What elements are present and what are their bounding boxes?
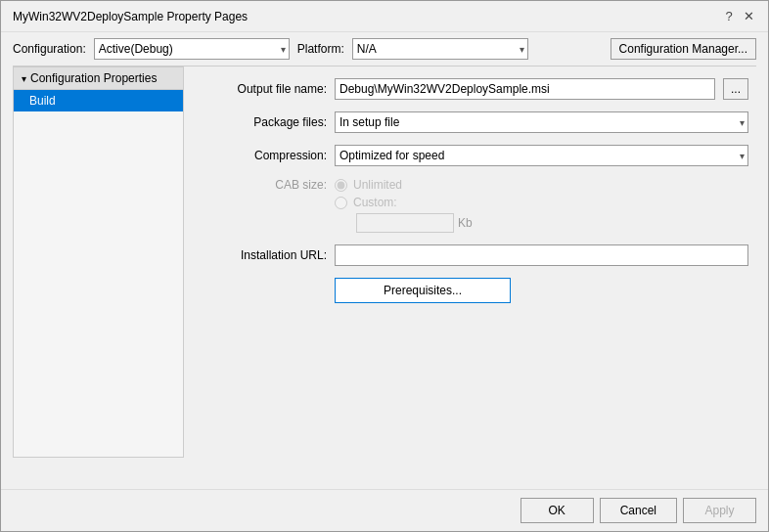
- kb-input[interactable]: [356, 213, 454, 233]
- sidebar-item-build[interactable]: Build: [14, 90, 183, 111]
- cab-unlimited-row: Unlimited: [335, 178, 473, 192]
- dialog-title: MyWin32WV2DeploySample Property Pages: [13, 10, 248, 23]
- installation-url-label: Installation URL:: [200, 248, 327, 262]
- sidebar-header-label: Configuration Properties: [30, 71, 157, 85]
- content-area: Output file name: ... Package files: In …: [192, 66, 756, 278]
- configuration-select[interactable]: Active(Debug): [94, 38, 290, 60]
- compression-row: Compression: Optimized for speed Optimiz…: [200, 145, 748, 166]
- browse-button[interactable]: ...: [723, 78, 748, 100]
- output-file-row: Output file name: ...: [200, 78, 748, 100]
- sidebar-header: ▾ Configuration Properties: [14, 67, 183, 90]
- package-files-row: Package files: In setup file From web Lo…: [200, 111, 748, 133]
- bottom-buttons: OK Cancel Apply: [1, 489, 768, 531]
- compression-select[interactable]: Optimized for speed Optimized for size N…: [335, 145, 748, 166]
- output-file-input[interactable]: [335, 78, 715, 100]
- package-files-select[interactable]: In setup file From web Loose uncompresse…: [335, 111, 748, 133]
- apply-button[interactable]: Apply: [683, 498, 756, 523]
- compression-label: Compression:: [200, 149, 327, 162]
- cab-custom-radio[interactable]: [335, 197, 347, 209]
- output-file-label: Output file name:: [200, 82, 327, 96]
- spacer: [1, 278, 768, 489]
- main-content: ▾ Configuration Properties Build Output …: [1, 66, 768, 278]
- title-controls: ? ✕: [721, 9, 756, 24]
- cab-size-row: CAB size: Unlimited Custom: Kb: [200, 178, 748, 233]
- sidebar-collapse-icon: ▾: [22, 73, 26, 84]
- config-label: Configuration:: [13, 42, 86, 56]
- platform-select-wrapper[interactable]: N/A: [352, 38, 528, 60]
- config-manager-button[interactable]: Configuration Manager...: [611, 38, 756, 60]
- config-bar: Configuration: Active(Debug) Platform: N…: [1, 32, 768, 66]
- platform-label: Platform:: [297, 42, 344, 56]
- cab-unlimited-radio[interactable]: [335, 179, 347, 192]
- cab-unlimited-label: Unlimited: [353, 178, 402, 192]
- platform-select[interactable]: N/A: [352, 38, 528, 60]
- title-bar: MyWin32WV2DeploySample Property Pages ? …: [1, 1, 768, 32]
- installation-url-row: Installation URL:: [200, 244, 748, 266]
- package-files-label: Package files:: [200, 115, 327, 129]
- kb-label: Kb: [458, 216, 473, 230]
- cab-custom-label: Custom:: [353, 196, 397, 209]
- package-files-select-wrapper[interactable]: In setup file From web Loose uncompresse…: [335, 111, 748, 133]
- kb-row: Kb: [335, 213, 473, 233]
- ok-button[interactable]: OK: [520, 498, 594, 523]
- cab-custom-row: Custom:: [335, 196, 473, 209]
- dialog-window: MyWin32WV2DeploySample Property Pages ? …: [0, 0, 769, 532]
- cab-options: Unlimited Custom: Kb: [335, 178, 473, 233]
- close-button[interactable]: ✕: [741, 9, 756, 24]
- compression-select-wrapper[interactable]: Optimized for speed Optimized for size N…: [335, 145, 748, 166]
- help-button[interactable]: ?: [721, 9, 737, 24]
- installation-url-input[interactable]: [335, 244, 748, 266]
- configuration-select-wrapper[interactable]: Active(Debug): [94, 38, 290, 60]
- cancel-button[interactable]: Cancel: [600, 498, 677, 523]
- cab-size-label: CAB size:: [200, 178, 327, 192]
